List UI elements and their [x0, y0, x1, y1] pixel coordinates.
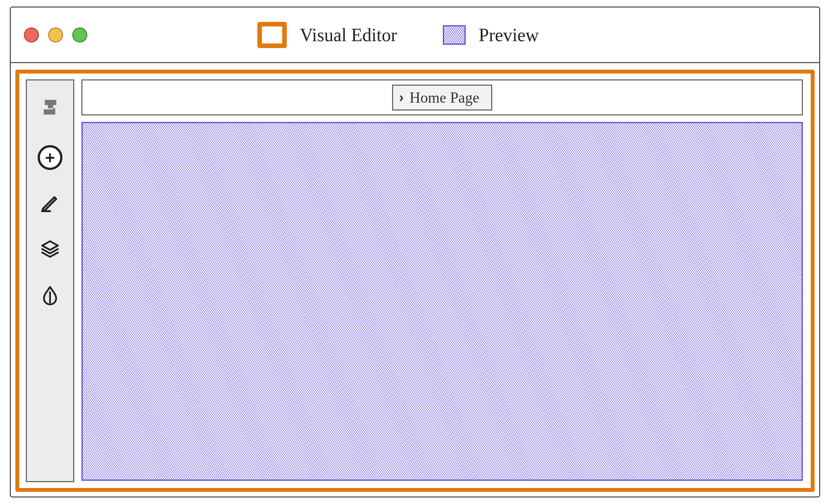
app-window: Visual Editor Preview +	[10, 6, 820, 498]
window-minimize-button[interactable]	[48, 28, 63, 42]
visual-editor-region: +	[15, 70, 815, 492]
chevron-right-icon: ›	[399, 90, 404, 105]
preview-canvas[interactable]	[82, 122, 803, 481]
pencil-icon	[39, 193, 61, 214]
sidebar-tool-theme[interactable]	[37, 282, 63, 308]
window-titlebar: Visual Editor Preview	[11, 7, 819, 63]
legend-label-editor: Visual Editor	[300, 25, 397, 45]
legend: Visual Editor Preview	[257, 22, 539, 48]
breadcrumb-bar: › Home Page	[82, 79, 803, 115]
layers-icon	[39, 239, 61, 260]
plus-circle-icon: +	[38, 145, 62, 170]
legend-swatch-preview	[443, 25, 466, 45]
window-controls	[24, 28, 87, 42]
droplet-icon	[39, 284, 61, 305]
app-logo	[32, 90, 68, 125]
svg-marker-0	[42, 241, 58, 250]
legend-label-preview: Preview	[479, 25, 539, 45]
logo-s-icon	[39, 97, 61, 117]
sidebar-tool-add[interactable]: +	[37, 144, 63, 171]
legend-swatch-editor	[257, 22, 287, 48]
editor-sidebar: +	[26, 79, 74, 482]
window-close-button[interactable]	[24, 28, 39, 42]
breadcrumb[interactable]: › Home Page	[392, 85, 492, 110]
sidebar-tool-edit[interactable]	[37, 190, 63, 216]
breadcrumb-current-page: Home Page	[409, 89, 479, 106]
sidebar-tool-layers[interactable]	[37, 236, 63, 262]
window-zoom-button[interactable]	[72, 28, 87, 42]
